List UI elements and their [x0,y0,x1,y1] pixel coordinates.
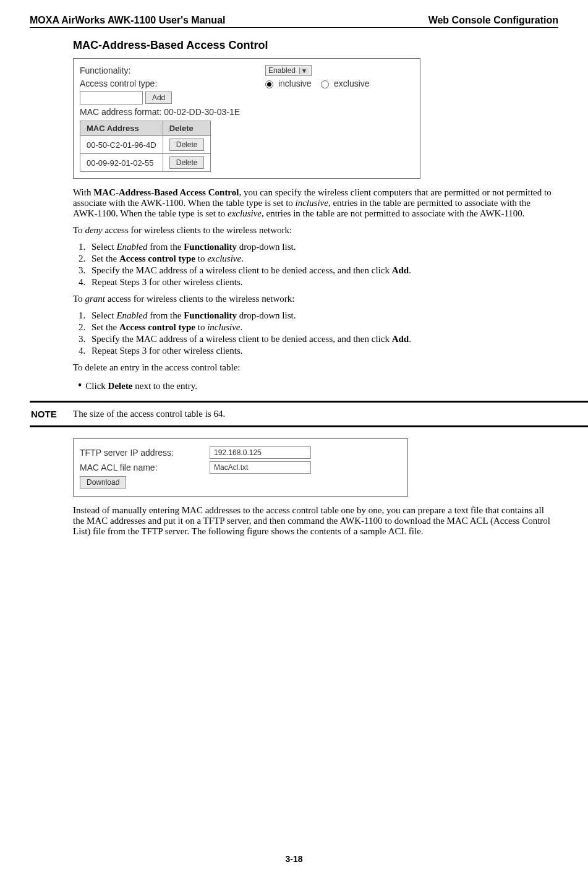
text: access for wireless clients to the wirel… [105,294,295,304]
mac-input[interactable] [80,91,143,105]
header-left: MOXA AirWorks AWK-1100 User's Manual [30,15,225,26]
list-item: Select Enabled from the Functionality dr… [88,310,552,321]
text: To [73,225,85,235]
text: , entries in the table are not permitted… [262,208,525,218]
list-item: Specify the MAC address of a wireless cl… [88,265,552,276]
acl-file-input[interactable]: MacAcl.txt [210,461,311,474]
text-bold: Access control type [119,254,195,263]
note-label: NOTE [30,409,73,419]
mac-table-header-address: MAC Address [80,121,163,136]
grant-steps-list: Select Enabled from the Functionality dr… [88,310,552,356]
tftp-ip-label: TFTP server IP address: [80,448,210,458]
text: Specify the MAC address of a wireless cl… [92,265,392,275]
text-bold: Functionality [184,242,237,252]
text-italic: exclusive [228,208,262,218]
text: Specify the MAC address of a wireless cl… [92,334,392,344]
text-italic: exclusive [207,254,241,263]
text: . [409,265,411,275]
text-italic: Enabled [116,242,147,252]
text-bold: Add [392,334,409,344]
mac-table-header-delete: Delete [163,121,211,136]
delete-button[interactable]: Delete [169,156,205,169]
text: access for wireless clients to the wirel… [103,225,292,235]
table-row: 00-09-92-01-02-55 Delete [80,154,211,172]
radio-exclusive[interactable] [321,80,329,88]
table-row: 00-50-C2-01-96-4D Delete [80,136,211,154]
text-bold: Access control type [119,322,195,332]
paragraph-tftp: Instead of manually entering MAC address… [73,505,552,537]
delete-button[interactable]: Delete [169,139,205,151]
deny-steps-list: Select Enabled from the Functionality dr… [88,242,552,288]
list-item: Specify the MAC address of a wireless cl… [88,334,552,344]
mac-cell: 00-50-C2-01-96-4D [80,136,163,154]
text: To [73,294,85,304]
text-bold: Functionality [184,310,237,320]
radio-exclusive-label: exclusive [334,79,370,88]
chevron-down-icon: ▼ [299,67,309,74]
text: Click [85,381,108,391]
text: . [241,254,244,263]
text: Set the [92,322,119,332]
text: Select [92,242,116,252]
text: Select [92,310,116,320]
text: drop-down list. [237,242,296,252]
mac-cell: 00-09-92-01-02-55 [80,154,163,172]
text-italic: deny [85,225,102,235]
deny-intro: To deny access for wireless clients to t… [73,225,552,236]
functionality-label: Functionality: [80,66,265,75]
tftp-ip-input[interactable]: 192.168.0.125 [210,446,311,459]
header-rule [30,27,558,28]
list-item: Select Enabled from the Functionality dr… [88,242,552,252]
page-header: MOXA AirWorks AWK-1100 User's Manual Web… [30,15,558,26]
radio-inclusive-label: inclusive [278,79,312,88]
grant-intro: To grant access for wireless clients to … [73,294,552,304]
text-italic: grant [85,294,105,304]
download-button[interactable]: Download [80,476,126,489]
text-italic: inclusive [296,198,328,208]
text: to [195,322,207,332]
acl-type-label: Access control type: [80,79,265,88]
text-bold: Add [392,265,409,275]
delete-intro: To delete an entry in the access control… [73,362,552,373]
note-block: NOTE The size of the access control tabl… [30,401,588,427]
text: . [241,322,243,332]
acl-type-radio-group: inclusive exclusive [265,79,370,88]
header-right: Web Console Configuration [428,15,558,26]
list-item: Repeat Steps 3 for other wireless client… [88,346,552,356]
section-title: MAC-Address-Based Access Control [73,39,552,52]
text: Set the [92,254,119,263]
text-italic: Enabled [116,310,147,320]
list-item: Set the Access control type to inclusive… [88,322,552,333]
functionality-select[interactable]: Enabled ▼ [265,65,312,76]
paragraph-intro: With MAC-Address-Based Access Control, y… [73,187,552,219]
mac-table: MAC Address Delete 00-50-C2-01-96-4D Del… [80,121,211,172]
text: from the [147,310,184,320]
acl-file-label: MAC ACL file name: [80,463,210,472]
tftp-ui-panel: TFTP server IP address: 192.168.0.125 MA… [73,438,408,497]
text: . [409,334,411,344]
mac-acl-ui-panel: Functionality: Enabled ▼ Access control … [73,58,420,179]
text-italic: inclusive [207,322,240,332]
functionality-value: Enabled [268,66,296,75]
note-text: The size of the access control table is … [73,409,588,419]
text: to [195,254,207,263]
list-item: Set the Access control type to exclusive… [88,254,552,264]
text-bold: Delete [108,381,133,391]
mac-format-hint: MAC address format: 00-02-DD-30-03-1E [80,107,240,117]
radio-inclusive[interactable] [265,80,273,88]
delete-bullet-list: Click Delete next to the entry. [84,379,552,392]
text: With [73,187,93,197]
text: from the [147,242,184,252]
text-bold: MAC-Address-Based Access Control [93,187,239,197]
add-button[interactable]: Add [145,92,172,104]
list-item: Click Delete next to the entry. [84,379,552,392]
text: drop-down list. [237,310,296,320]
list-item: Repeat Steps 3 for other wireless client… [88,277,552,288]
text: next to the entry. [133,381,197,391]
